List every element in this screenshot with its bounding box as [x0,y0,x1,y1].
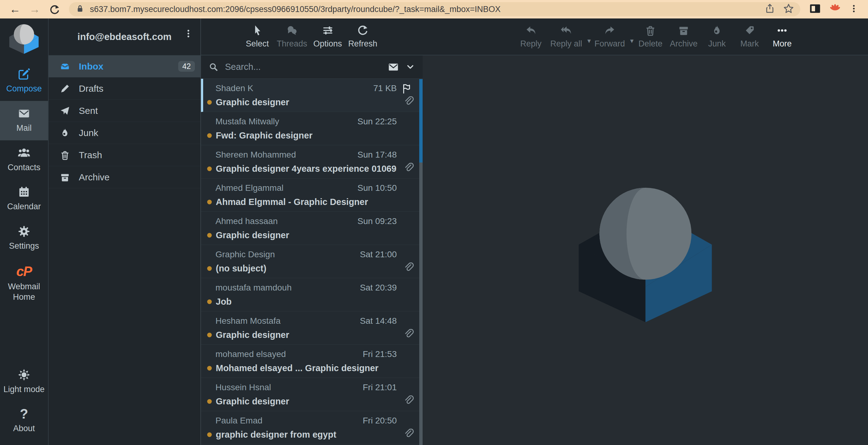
inbox-icon [60,61,70,72]
message-row[interactable]: moustafa mamdouhSat 20:39Job [201,278,423,312]
browser-refresh-button[interactable] [46,0,63,19]
reply-all-icon [560,25,572,36]
message-subject: Job [216,297,232,307]
message-sender: Hesham Mostafa [215,316,281,326]
toolbar-button-label: Delete [639,39,662,49]
folder-sent[interactable]: Sent [49,100,200,122]
message-line1: Ahmed ElgammalSun 10:50 [207,182,397,194]
folder-junk[interactable]: Junk [49,122,200,144]
message-date: Sun 17:48 [358,150,397,160]
list-scrollbar-thumb[interactable] [419,79,423,162]
toolbar-button-options[interactable]: Options [310,25,345,49]
archive-icon [678,25,689,36]
folder-drafts[interactable]: Drafts [49,77,200,100]
sidebar-item-contacts[interactable]: Contacts [0,140,48,180]
message-row[interactable]: Hesham MostafaSat 14:48Graphic designer [201,312,423,345]
account-header: info@ebdeasoft.com [49,19,200,55]
sidebar-item-about[interactable]: ?About [0,401,48,441]
message-line1: Mustafa MitwallySun 22:25 [207,115,397,128]
extension-icon[interactable] [829,3,841,16]
list-scrollbar[interactable] [419,79,423,445]
message-row[interactable]: Ahmed ElgammalSun 10:50Ahmad Elgmmal - G… [201,179,423,212]
search-scope-mail-icon[interactable] [388,61,399,73]
toolbar-button-forward[interactable]: Forward▾ [591,25,634,49]
message-row[interactable]: Shereen MohammedSun 17:48Graphic designe… [201,145,423,179]
send-icon [60,105,70,116]
toolbar-button-reply[interactable]: Reply [515,25,547,49]
folder-label: Archive [79,172,110,183]
folder-label: Inbox [79,61,103,72]
archive-icon [60,172,70,183]
content-pane [423,55,868,445]
bookmark-star-icon[interactable] [783,3,794,15]
message-row[interactable]: Mustafa MitwallySun 22:25Fwd: Graphic de… [201,112,423,145]
message-line2: (no subject) [207,263,397,274]
toolbar-button-label: Select [246,39,269,49]
toolbar-button-label: Reply [520,39,541,49]
toolbar-button-delete[interactable]: Delete [634,25,667,49]
message-line2: Graphic designer 4years experience 01069… [207,164,397,174]
trash-icon [645,25,656,36]
share-icon[interactable] [765,3,775,15]
unread-count-badge: 42 [178,61,195,72]
dropdown-caret-icon[interactable]: ▾ [630,37,633,45]
toolbar-button-mark[interactable]: Mark [733,25,766,49]
toolbar-button-threads[interactable]: Threads [274,25,310,49]
sun-icon [18,369,30,381]
toolbar-button-archive[interactable]: Archive [667,25,701,49]
browser-forward-button[interactable]: → [27,0,43,19]
folder-archive[interactable]: Archive [49,166,200,188]
sidebar-item-light-mode[interactable]: Light mode [0,362,48,402]
sidebar-item-settings[interactable]: Settings [0,219,48,258]
url-text: s637.bom7.mysecurecloudhost.com:2096/cps… [90,5,756,14]
search-options-chevron-icon[interactable] [405,62,415,72]
folder-inbox[interactable]: Inbox42 [49,55,200,77]
sidebar-item-mail[interactable]: Mail [0,101,48,140]
toolbar-button-refresh[interactable]: Refresh [345,25,380,49]
message-row[interactable]: Shaden K71 KBGraphic designer [201,79,423,112]
folder-panel: info@ebdeasoft.com Inbox42DraftsSentJunk… [49,19,201,445]
address-bar[interactable]: s637.bom7.mysecurecloudhost.com:2096/cps… [69,2,800,16]
message-row[interactable]: Graphic DesignSat 21:00(no subject) [201,245,423,278]
browser-back-button[interactable]: ← [7,0,23,19]
toolbar-button-select[interactable]: Select [241,25,274,49]
message-sender: Shereen Mohammed [215,150,296,160]
tag-icon [744,25,755,36]
message-date: Sun 22:25 [358,117,397,126]
message-row[interactable]: Ahmed hassaanSun 09:23Graphic designer [201,212,423,245]
message-line2: graphic designer from egypt [207,430,397,440]
dropdown-caret-icon[interactable]: ▾ [587,37,591,45]
message-list: Shaden K71 KBGraphic designerMustafa Mit… [201,79,423,445]
message-date: Sat 20:39 [360,283,397,293]
unread-dot [207,133,212,138]
mail-icon [18,107,30,120]
message-sender: Shaden K [215,84,253,93]
toolbar-button-reply-all[interactable]: Reply all▾ [547,25,592,49]
message-row[interactable]: mohamed elsayedFri 21:53Mohamed elsayed … [201,345,423,378]
contacts-icon [18,147,30,159]
search-input[interactable] [225,62,381,72]
sidebar-toggle-icon[interactable] [809,2,821,16]
folder-trash[interactable]: Trash [49,144,200,166]
message-line2: Graphic designer [207,97,397,107]
gear-icon [18,225,30,238]
unread-dot [207,200,212,204]
toolbar-button-more[interactable]: More [766,25,799,49]
message-line2: Graphic designer [207,230,397,240]
roundcube-logo [9,24,39,55]
search-bar[interactable] [201,55,423,79]
message-row[interactable]: Hussein HsnalFri 21:01Graphic designer [201,378,423,411]
message-row[interactable]: Paula EmadFri 20:50graphic designer from… [201,411,423,444]
flag-icon[interactable] [401,83,412,95]
folder-options-icon[interactable] [184,29,193,39]
message-line1: Shereen MohammedSun 17:48 [207,148,397,161]
sidebar-item-calendar[interactable]: Calendar [0,180,48,219]
sidebar-item-compose[interactable]: Compose [0,62,48,101]
browser-menu-icon[interactable] [849,4,859,15]
unread-dot [207,399,212,404]
message-date: Fri 21:53 [363,349,397,359]
search-icon [208,62,219,72]
sidebar-item-label: Contacts [8,162,41,173]
toolbar-button-junk[interactable]: Junk [701,25,733,49]
sidebar-item-webmail-home[interactable]: cPWebmail Home [0,258,48,309]
